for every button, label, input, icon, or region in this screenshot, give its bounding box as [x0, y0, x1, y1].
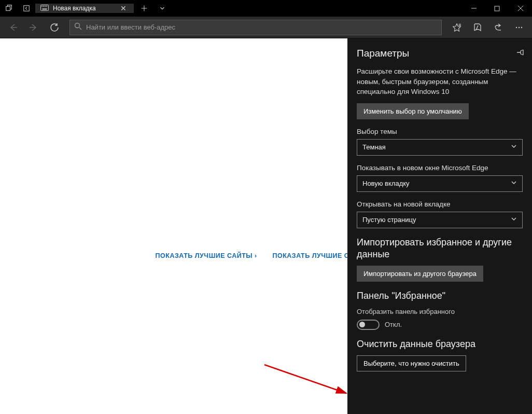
close-tab-icon[interactable]: ✕: [118, 4, 129, 12]
theme-select[interactable]: Темная: [357, 139, 523, 156]
promo-text: Расширьте свои возможности с Microsoft E…: [357, 66, 523, 97]
new-tab-select[interactable]: Пустую страницу: [357, 212, 523, 228]
new-tab-button[interactable]: [134, 5, 155, 12]
more-icon[interactable]: [509, 18, 529, 37]
toggle-knob: [359, 322, 365, 327]
favorites-toggle-state: Откл.: [385, 321, 402, 328]
show-top-sites-link[interactable]: ПОКАЗАТЬ ЛУЧШИЕ САЙТЫ ›: [156, 252, 257, 259]
open-with-select-value: Новую вкладку: [362, 180, 410, 187]
tab-title: Новая вкладка: [53, 5, 96, 12]
clear-data-button[interactable]: Выберите, что нужно очистить: [357, 355, 466, 371]
tab-chevron-icon[interactable]: [155, 5, 170, 12]
svg-point-12: [521, 26, 522, 27]
svg-point-3: [42, 6, 43, 7]
refresh-button[interactable]: [45, 18, 64, 37]
chevron-down-icon: [511, 180, 517, 187]
new-tab-label: Открывать на новой вкладке: [357, 200, 523, 208]
favorites-toggle-label: Отобразить панель избранного: [357, 308, 523, 315]
svg-point-11: [519, 26, 520, 27]
svg-rect-0: [6, 7, 10, 11]
favorites-toggle[interactable]: [357, 320, 380, 330]
settings-title: Параметры: [357, 48, 409, 59]
search-icon: [74, 22, 82, 32]
import-heading: Импортировать избранное и другие данные: [357, 237, 523, 261]
chevron-down-icon: [511, 143, 517, 151]
import-button[interactable]: Импортировать из другого браузера: [357, 266, 483, 282]
browser-tab[interactable]: Новая вкладка ✕: [35, 4, 134, 13]
svg-point-5: [45, 6, 46, 7]
favorites-heading: Панель "Избранное": [357, 290, 523, 302]
svg-point-9: [75, 23, 80, 28]
favorites-star-icon[interactable]: [447, 18, 467, 37]
change-default-button[interactable]: Изменить выбор по умолчанию: [357, 103, 469, 119]
close-window-button[interactable]: [509, 0, 532, 17]
window-controls: [462, 0, 532, 17]
settings-panel: Параметры Расширьте свои возможности с M…: [347, 38, 532, 414]
svg-point-10: [516, 26, 517, 27]
toolbar: [0, 17, 532, 38]
set-aside-icon[interactable]: [18, 5, 35, 12]
back-button[interactable]: [3, 18, 23, 37]
address-bar[interactable]: [69, 20, 442, 35]
address-input[interactable]: [86, 23, 437, 31]
svg-point-4: [44, 6, 44, 7]
title-bar: Новая вкладка ✕: [0, 0, 532, 17]
open-with-label: Показывать в новом окне Microsoft Edge: [357, 164, 523, 172]
chevron-down-icon: [511, 216, 517, 224]
pin-icon[interactable]: [515, 48, 524, 59]
svg-rect-7: [43, 9, 47, 9]
svg-rect-8: [495, 6, 499, 11]
svg-point-6: [47, 6, 47, 7]
titlebar-left: Новая вкладка ✕: [0, 0, 170, 17]
share-icon[interactable]: [488, 18, 508, 37]
forward-button[interactable]: [24, 18, 44, 37]
theme-select-value: Темная: [362, 143, 386, 151]
open-with-select[interactable]: Новую вкладку: [357, 175, 523, 192]
keyboard-icon: [40, 4, 49, 13]
clear-data-heading: Очистить данные браузера: [357, 338, 523, 350]
minimize-button[interactable]: [462, 0, 485, 17]
reading-list-icon[interactable]: [468, 18, 487, 37]
svg-rect-1: [24, 6, 30, 11]
new-tab-select-value: Пустую страницу: [362, 216, 416, 224]
cascade-windows-icon[interactable]: [0, 5, 18, 12]
maximize-button[interactable]: [485, 0, 509, 17]
theme-label: Выбор темы: [357, 128, 523, 135]
